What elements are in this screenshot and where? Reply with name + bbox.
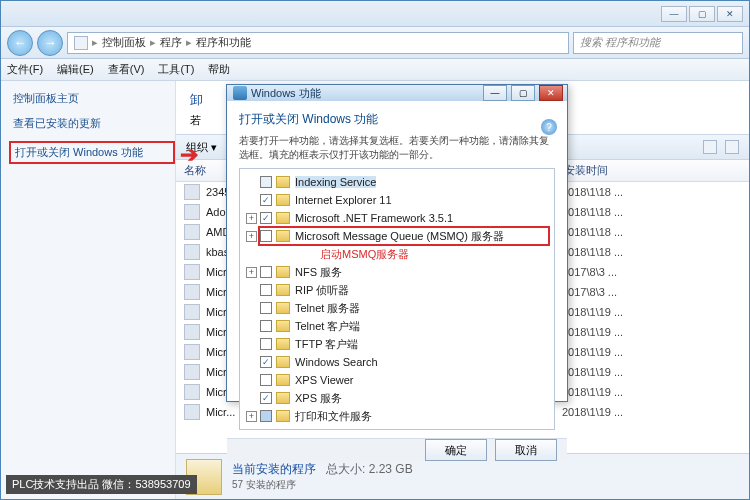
program-date: 2018\1\19 ... xyxy=(562,366,652,378)
sidebar-updates[interactable]: 查看已安装的更新 xyxy=(13,116,175,131)
program-date: 2018\1\18 ... xyxy=(562,246,652,258)
menubar: 文件(F) 编辑(E) 查看(V) 工具(T) 帮助 xyxy=(1,59,749,81)
folder-icon xyxy=(276,176,290,188)
close-button[interactable]: ✕ xyxy=(717,6,743,22)
msmq-annotation: 启动MSMQ服务器 xyxy=(320,247,409,262)
menu-tools[interactable]: 工具(T) xyxy=(158,62,194,77)
program-icon xyxy=(184,364,200,380)
forward-button[interactable]: → xyxy=(37,30,63,56)
feature-item[interactable]: +NFS 服务 xyxy=(240,263,554,281)
dialog-maximize-button[interactable]: ▢ xyxy=(511,85,535,101)
help-icon[interactable]: ? xyxy=(541,119,557,135)
feature-label: Microsoft .NET Framework 3.5.1 xyxy=(295,212,453,224)
breadcrumb-item[interactable]: 控制面板 xyxy=(102,35,146,50)
program-icon xyxy=(184,324,200,340)
program-date: 2018\1\19 ... xyxy=(562,386,652,398)
checkbox[interactable] xyxy=(260,374,272,386)
menu-help[interactable]: 帮助 xyxy=(208,62,230,77)
feature-item[interactable]: RIP 侦听器 xyxy=(240,281,554,299)
feature-item[interactable]: +打印和文件服务 xyxy=(240,407,554,425)
dialog-close-button[interactable]: ✕ xyxy=(539,85,563,101)
menu-file[interactable]: 文件(F) xyxy=(7,62,43,77)
feature-label: NFS 服务 xyxy=(295,265,342,280)
feature-label: Microsoft Message Queue (MSMQ) 服务器 xyxy=(295,229,504,244)
feature-label: RIP 侦听器 xyxy=(295,283,349,298)
expand-icon[interactable]: + xyxy=(246,213,257,224)
checkbox[interactable] xyxy=(260,266,272,278)
folder-icon xyxy=(276,338,290,350)
menu-edit[interactable]: 编辑(E) xyxy=(57,62,94,77)
features-tree[interactable]: Indexing Service✓Internet Explorer 11+✓M… xyxy=(239,168,555,430)
watermark: PLC技术支持出品 微信：538953709 xyxy=(6,475,197,494)
sidebar: 控制面板主页 查看已安装的更新 打开或关闭 Windows 功能 xyxy=(1,81,176,499)
minimize-button[interactable]: — xyxy=(661,6,687,22)
feature-item[interactable]: TFTP 客户端 xyxy=(240,335,554,353)
help-icon[interactable] xyxy=(725,140,739,154)
search-input[interactable]: 搜索 程序和功能 xyxy=(573,32,743,54)
checkbox[interactable]: ✓ xyxy=(260,194,272,206)
folder-icon xyxy=(276,320,290,332)
feature-item[interactable]: ✓Internet Explorer 11 xyxy=(240,191,554,209)
checkbox[interactable] xyxy=(260,410,272,422)
feature-label: Windows Search xyxy=(295,356,378,368)
program-date: 2018\1\19 ... xyxy=(562,306,652,318)
maximize-button[interactable]: ▢ xyxy=(689,6,715,22)
ok-button[interactable]: 确定 xyxy=(425,439,487,461)
titlebar: — ▢ ✕ xyxy=(1,1,749,27)
folder-icon xyxy=(276,302,290,314)
breadcrumb-item[interactable]: 程序 xyxy=(160,35,182,50)
folder-icon xyxy=(276,230,290,242)
program-date: 2017\8\3 ... xyxy=(562,286,652,298)
feature-label: XPS 服务 xyxy=(295,391,342,406)
checkbox[interactable] xyxy=(260,230,272,242)
feature-item[interactable]: Telnet 服务器 xyxy=(240,299,554,317)
feature-item[interactable]: ✓XPS 服务 xyxy=(240,389,554,407)
expand-icon[interactable]: + xyxy=(246,411,257,422)
folder-icon xyxy=(276,410,290,422)
feature-label: TFTP 客户端 xyxy=(295,337,358,352)
sidebar-home[interactable]: 控制面板主页 xyxy=(13,91,175,106)
program-date: 2018\1\18 ... xyxy=(562,186,652,198)
dialog-titlebar: Windows 功能 — ▢ ✕ xyxy=(227,85,567,101)
checkbox[interactable] xyxy=(260,284,272,296)
checkbox[interactable] xyxy=(260,302,272,314)
breadcrumb[interactable]: ▸ 控制面板 ▸ 程序 ▸ 程序和功能 xyxy=(67,32,569,54)
expand-icon[interactable]: + xyxy=(246,267,257,278)
dialog-minimize-button[interactable]: — xyxy=(483,85,507,101)
folder-icon xyxy=(276,392,290,404)
program-icon xyxy=(184,344,200,360)
computer-icon xyxy=(74,36,88,50)
cancel-button[interactable]: 取消 xyxy=(495,439,557,461)
feature-item[interactable]: ✓Windows Search xyxy=(240,353,554,371)
feature-item[interactable]: XPS Viewer xyxy=(240,371,554,389)
navbar: ← → ▸ 控制面板 ▸ 程序 ▸ 程序和功能 搜索 程序和功能 xyxy=(1,27,749,59)
feature-item[interactable]: +Microsoft Message Queue (MSMQ) 服务器 xyxy=(240,227,554,245)
checkbox[interactable] xyxy=(260,338,272,350)
expand-icon[interactable]: + xyxy=(246,231,257,242)
breadcrumb-item[interactable]: 程序和功能 xyxy=(196,35,251,50)
program-icon xyxy=(184,264,200,280)
feature-item[interactable]: Indexing Service xyxy=(240,173,554,191)
view-icon[interactable] xyxy=(703,140,717,154)
sidebar-windows-features[interactable]: 打开或关闭 Windows 功能 xyxy=(9,141,175,164)
program-date: 2018\1\19 ... xyxy=(562,406,652,418)
menu-view[interactable]: 查看(V) xyxy=(108,62,145,77)
checkbox[interactable] xyxy=(260,176,272,188)
dialog-desc: 若要打开一种功能，请选择其复选框。若要关闭一种功能，请清除其复选框。填充的框表示… xyxy=(239,134,555,162)
checkbox[interactable]: ✓ xyxy=(260,356,272,368)
folder-icon xyxy=(276,194,290,206)
program-icon xyxy=(184,404,200,420)
feature-item[interactable]: +✓Microsoft .NET Framework 3.5.1 xyxy=(240,209,554,227)
folder-icon xyxy=(276,284,290,296)
feature-item[interactable]: Telnet 客户端 xyxy=(240,317,554,335)
program-icon xyxy=(184,204,200,220)
checkbox[interactable]: ✓ xyxy=(260,392,272,404)
program-icon xyxy=(184,304,200,320)
checkbox[interactable] xyxy=(260,320,272,332)
folder-icon xyxy=(276,356,290,368)
checkbox[interactable]: ✓ xyxy=(260,212,272,224)
program-icon xyxy=(184,384,200,400)
col-date[interactable]: 安装时间 xyxy=(564,163,654,178)
program-icon xyxy=(184,244,200,260)
back-button[interactable]: ← xyxy=(7,30,33,56)
